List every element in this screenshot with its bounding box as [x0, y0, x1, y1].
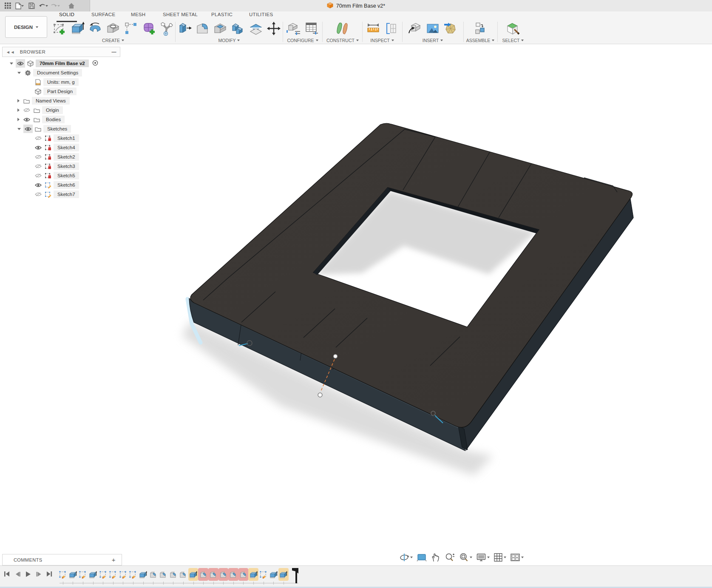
browser-row-sketch6[interactable]: Sketch6	[2, 180, 120, 190]
browser-item-label[interactable]: Units: mm, g	[43, 78, 79, 86]
extrude-button[interactable]	[69, 20, 85, 37]
comments-panel[interactable]: COMMENTS +	[2, 554, 122, 565]
combine-button[interactable]	[230, 20, 246, 37]
model-body[interactable]	[189, 123, 633, 451]
section-analysis-button[interactable]	[383, 20, 399, 37]
browser-item-label[interactable]: Sketches	[43, 125, 71, 133]
zoom-button[interactable]	[443, 552, 456, 563]
browser-item-label[interactable]: Origin	[42, 106, 63, 114]
select-button[interactable]	[505, 20, 521, 37]
go-to-end-button[interactable]	[46, 571, 53, 577]
timeline-feature-sketch[interactable]	[258, 568, 269, 581]
timeline-feature-fillet[interactable]	[208, 568, 218, 581]
browser-row-sketches[interactable]: Sketches	[2, 124, 120, 134]
browser-header[interactable]: ◄◄ BROWSER —	[2, 47, 120, 57]
viewports-button[interactable]	[509, 552, 525, 563]
tab-solid[interactable]: SOLID	[59, 12, 74, 20]
tab-plastic[interactable]: PLASTIC	[211, 12, 233, 20]
browser-row-root-component[interactable]: 70mm Film Base v2	[2, 59, 120, 68]
eye-off-icon[interactable]	[22, 106, 31, 114]
browser-item-label[interactable]: Bodies	[42, 116, 65, 123]
browser-row-named-views[interactable]: Named Views	[2, 96, 120, 105]
inspect-group-label[interactable]: INSPECT	[370, 38, 394, 43]
timeline-position-marker[interactable]	[292, 568, 298, 583]
eye-icon[interactable]	[23, 125, 33, 133]
eye-off-icon[interactable]	[34, 153, 43, 161]
workspace-switcher[interactable]: DESIGN	[5, 16, 47, 38]
hole-button[interactable]	[105, 20, 121, 37]
chevron-down-icon[interactable]	[17, 72, 21, 74]
chevron-right-icon[interactable]	[17, 108, 20, 112]
browser-row-sketch3[interactable]: Sketch3	[2, 162, 120, 171]
shell-button[interactable]	[212, 20, 228, 37]
timeline-feature-extrude[interactable]	[268, 568, 278, 581]
step-back-button[interactable]	[14, 571, 21, 577]
fillet-button[interactable]	[194, 20, 210, 37]
browser-minimize-icon[interactable]: —	[112, 49, 117, 54]
timeline-feature-extrude[interactable]	[248, 568, 258, 581]
browser-row-sketch1[interactable]: Sketch1	[2, 134, 120, 143]
timeline-feature-sketch[interactable]	[108, 568, 118, 581]
create-sketch-button[interactable]	[51, 20, 68, 37]
pipe-button[interactable]	[159, 20, 175, 37]
step-forward-button[interactable]	[35, 571, 42, 577]
browser-item-label[interactable]: Sketch1	[54, 134, 79, 142]
browser-row-sketch2[interactable]: Sketch2	[2, 152, 120, 162]
play-button[interactable]	[25, 571, 31, 577]
browser-item-label[interactable]: Sketch3	[54, 162, 79, 170]
split-body-button[interactable]	[248, 20, 264, 37]
new-component-button[interactable]	[472, 20, 488, 37]
tab-surface[interactable]: SURFACE	[91, 12, 115, 20]
browser-row-document-settings[interactable]: Document Settings	[2, 68, 120, 77]
modify-group-label[interactable]: MODIFY	[218, 38, 240, 43]
eye-icon[interactable]	[34, 181, 43, 189]
decal-button[interactable]	[425, 20, 441, 37]
timeline-feature-fillet[interactable]	[158, 568, 168, 581]
look-at-button[interactable]	[415, 552, 428, 563]
pan-button[interactable]	[429, 552, 442, 563]
configure-button[interactable]	[286, 20, 302, 37]
browser-row-sketch4[interactable]: Sketch4	[2, 143, 120, 152]
browser-row-part-design[interactable]: Part Design	[2, 87, 120, 96]
timeline-feature-sketch[interactable]	[98, 568, 108, 581]
configuration-table-button[interactable]	[304, 20, 320, 37]
browser-row-units[interactable]: Units: mm, g	[2, 77, 120, 87]
browser-item-label[interactable]: Sketch7	[54, 190, 79, 198]
chevron-right-icon[interactable]	[17, 118, 20, 121]
move-copy-button[interactable]	[266, 20, 282, 37]
eye-off-icon[interactable]	[34, 162, 43, 170]
tab-mesh[interactable]: MESH	[131, 12, 145, 20]
assemble-group-label[interactable]: ASSEMBLE	[466, 38, 495, 43]
timeline-feature-extrude[interactable]	[188, 568, 199, 581]
create-group-label[interactable]: CREATE	[102, 38, 124, 43]
browser-row-origin[interactable]: Origin	[2, 105, 120, 115]
timeline-feature-fillet[interactable]	[238, 568, 249, 581]
press-pull-button[interactable]	[176, 20, 193, 37]
browser-item-label[interactable]: Part Design	[43, 88, 77, 95]
timeline-feature-fillet[interactable]	[168, 568, 179, 581]
browser-item-label[interactable]: Named Views	[32, 97, 70, 105]
chevron-down-icon[interactable]	[10, 62, 13, 65]
revolve-button[interactable]	[87, 20, 103, 37]
display-settings-button[interactable]	[475, 552, 491, 563]
browser-row-sketch5[interactable]: Sketch5	[2, 171, 120, 180]
timeline-feature-fillet[interactable]	[148, 568, 158, 581]
construct-group-label[interactable]: CONSTRUCT	[326, 38, 359, 43]
timeline-feature-extrude[interactable]	[138, 568, 148, 581]
browser-row-sketch7[interactable]: Sketch7	[2, 190, 120, 199]
grid-button[interactable]	[492, 552, 508, 563]
browser-item-label[interactable]: Sketch6	[54, 181, 79, 189]
construct-plane-button[interactable]	[335, 20, 351, 37]
timeline-feature-extrude[interactable]	[88, 568, 98, 581]
browser-item-label[interactable]: Document Settings	[33, 69, 82, 77]
tab-utilities[interactable]: UTILITIES	[249, 12, 273, 20]
orbit-button[interactable]	[398, 552, 414, 563]
insert-mesh-button[interactable]	[443, 20, 459, 37]
activate-component-radio[interactable]	[92, 60, 98, 67]
timeline-feature-fillet[interactable]	[228, 568, 238, 581]
timeline-feature-extrude[interactable]	[68, 568, 78, 581]
insert-group-label[interactable]: INSERT	[423, 38, 443, 43]
timeline-feature-sketch[interactable]	[128, 568, 138, 581]
chevron-right-icon[interactable]	[17, 99, 20, 102]
rectangular-pattern-button[interactable]	[123, 20, 139, 37]
